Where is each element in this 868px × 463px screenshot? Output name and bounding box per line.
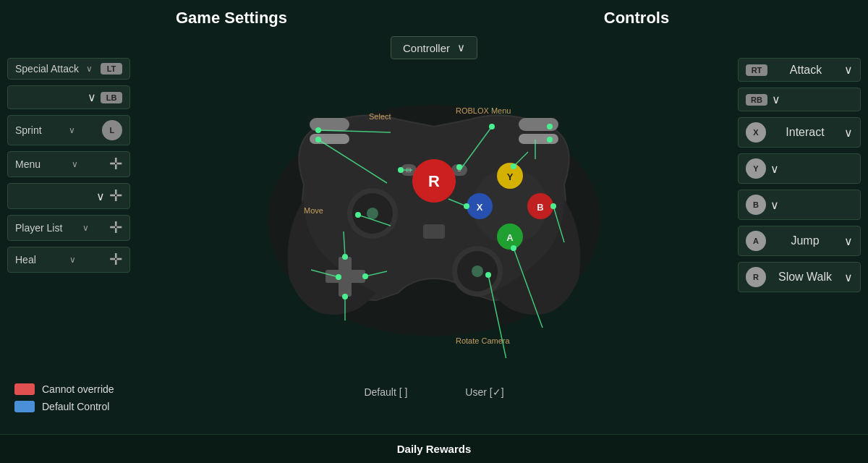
special-attack-btn[interactable]: Special Attack ∨ LT — [7, 58, 130, 80]
heal-label: Heal — [15, 254, 36, 266]
heal-chevron: ∨ — [69, 255, 76, 265]
slow-walk-btn[interactable]: R Slow Walk ∨ — [738, 262, 861, 292]
svg-rect-3 — [519, 118, 558, 131]
slow-walk-chevron: ∨ — [844, 271, 853, 284]
cannot-override-legend: Cannot override — [14, 383, 114, 395]
player-list-chevron: ∨ — [82, 223, 89, 233]
legend: Cannot override Default Control — [14, 383, 114, 412]
default-control-text: Default Control — [42, 401, 109, 412]
svg-point-48 — [355, 212, 361, 218]
l-badge: L — [102, 120, 122, 140]
sprint-label: Sprint — [15, 124, 42, 136]
svg-text:R: R — [428, 172, 440, 190]
svg-text:A: A — [506, 232, 514, 243]
dpad-icon-1: ✛ — [109, 156, 122, 172]
menu-label: Menu — [15, 158, 41, 170]
svg-point-57 — [547, 137, 553, 143]
svg-point-56 — [547, 124, 553, 129]
game-settings-title: Game Settings — [29, 9, 434, 27]
svg-text:X: X — [477, 202, 483, 213]
cannot-override-text: Cannot override — [42, 383, 114, 395]
default-label: Default [ ] — [364, 386, 407, 398]
dpad-icon-4: ✛ — [109, 252, 122, 268]
chevron-down-icon: ∨ — [457, 41, 465, 54]
svg-point-46 — [315, 127, 321, 133]
player-list-label: Player List — [15, 222, 62, 234]
lb-btn[interactable]: ∨ LB — [7, 85, 130, 109]
svg-point-54 — [456, 164, 462, 170]
dpad-empty-chevron: ∨ — [96, 190, 105, 203]
lb-chevron: ∨ — [88, 90, 96, 104]
svg-point-59 — [511, 163, 516, 169]
interact-btn[interactable]: X Interact ∨ — [738, 117, 861, 148]
b-btn[interactable]: B ∨ — [738, 190, 861, 220]
rotate-camera-label: Rotate Camera — [456, 336, 510, 345]
left-panel: Special Attack ∨ LT ∨ LB Sprint ∨ L Menu… — [7, 58, 130, 273]
svg-point-58 — [464, 203, 469, 209]
lt-badge: LT — [101, 63, 122, 75]
jump-label: Jump — [791, 234, 819, 247]
svg-point-61 — [511, 245, 516, 251]
header: Game Settings Controls — [0, 0, 868, 27]
b-badge: B — [746, 195, 766, 215]
svg-point-47 — [315, 137, 321, 143]
svg-point-7 — [367, 208, 378, 219]
r-badge: R — [746, 267, 766, 287]
move-label: Move — [304, 206, 323, 215]
attack-chevron: ∨ — [844, 63, 853, 77]
controls-title: Controls — [434, 9, 839, 27]
jump-btn[interactable]: A Jump ∨ — [738, 226, 861, 256]
b-chevron: ∨ — [770, 198, 779, 212]
interact-chevron: ∨ — [844, 126, 853, 140]
svg-point-55 — [489, 124, 495, 129]
svg-point-50 — [336, 274, 341, 280]
y-badge: Y — [746, 158, 766, 179]
default-control-legend: Default Control — [14, 401, 114, 412]
special-attack-label: Special Attack — [15, 63, 79, 75]
svg-point-62 — [485, 272, 491, 278]
interact-label: Interact — [786, 126, 824, 139]
footer: Daily Rewards — [0, 434, 868, 463]
rb-badge: RB — [746, 94, 767, 106]
cannot-override-color — [14, 383, 35, 395]
user-label: User [✓] — [465, 386, 503, 398]
bottom-labels: Default [ ] User [✓] — [364, 386, 503, 398]
player-list-btn[interactable]: Player List ∨ ✛ — [7, 215, 130, 241]
menu-chevron: ∨ — [72, 159, 78, 169]
rb-btn[interactable]: RB ∨ — [738, 88, 861, 111]
y-btn[interactable]: Y ∨ — [738, 153, 861, 184]
sprint-btn[interactable]: Sprint ∨ L — [7, 115, 130, 145]
rb-chevron: ∨ — [772, 93, 780, 106]
controller-area: Y X B A ⊟ ≡ R — [231, 54, 637, 358]
slow-walk-label: Slow Walk — [778, 271, 832, 284]
dpad-empty-btn[interactable]: ∨ ✛ — [7, 183, 130, 209]
svg-point-52 — [362, 273, 368, 279]
dpad-icon-3: ✛ — [109, 220, 122, 236]
svg-point-10 — [472, 266, 483, 277]
dpad-icon-2: ✛ — [109, 188, 122, 204]
special-attack-chevron: ∨ — [86, 64, 93, 74]
menu-btn[interactable]: Menu ∨ ✛ — [7, 151, 130, 177]
select-label: Select — [369, 112, 391, 121]
controller-dropdown-label: Controller — [403, 42, 450, 54]
roblox-menu-label: ROBLOX Menu — [456, 106, 511, 115]
svg-text:B: B — [537, 202, 543, 213]
svg-point-49 — [342, 254, 348, 260]
right-panel: RT Attack ∨ RB ∨ X Interact ∨ Y ∨ B ∨ A … — [738, 58, 861, 292]
default-control-color — [14, 401, 35, 412]
a-badge: A — [746, 231, 766, 251]
rt-badge: RT — [746, 64, 767, 76]
x-badge: X — [746, 122, 766, 143]
svg-point-60 — [550, 203, 556, 209]
jump-chevron: ∨ — [844, 234, 853, 248]
attack-label: Attack — [790, 64, 822, 77]
attack-btn[interactable]: RT Attack ∨ — [738, 58, 861, 82]
heal-btn[interactable]: Heal ∨ ✛ — [7, 247, 130, 273]
sprint-chevron: ∨ — [69, 125, 75, 135]
daily-rewards-text: Daily Rewards — [397, 443, 472, 455]
y-chevron: ∨ — [770, 162, 779, 176]
svg-point-53 — [398, 167, 404, 173]
svg-text:Y: Y — [507, 171, 514, 182]
controller-dropdown[interactable]: Controller ∨ — [391, 36, 477, 59]
svg-rect-1 — [310, 118, 349, 131]
